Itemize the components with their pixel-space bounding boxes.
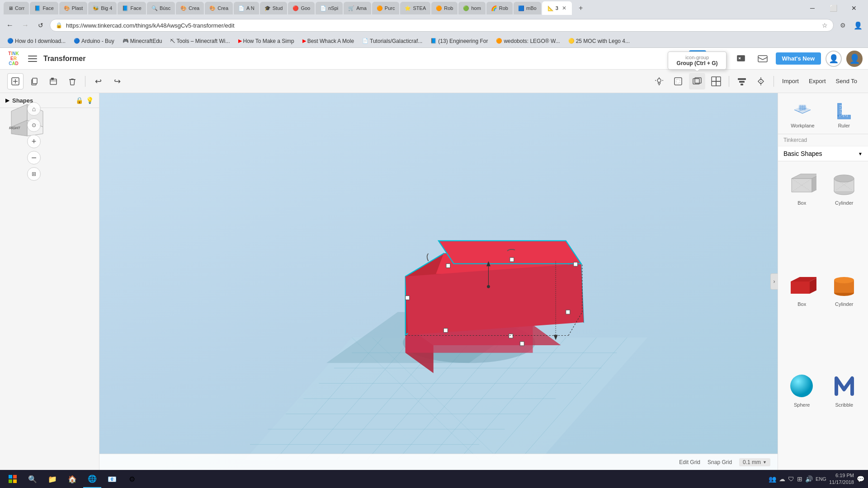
shape-cylinder-wire[interactable]: Cylinder (824, 165, 865, 264)
shape-sphere[interactable]: Sphere (782, 367, 822, 466)
shapes-lock-icon[interactable]: 🔒 (75, 97, 83, 104)
window-minimize-btn[interactable]: ─ (802, 0, 823, 16)
taskbar-notification[interactable]: 💬 (857, 475, 864, 483)
tab-rob2[interactable]: 🌈 Rob (486, 2, 513, 14)
copy-button[interactable] (26, 73, 42, 89)
tab-plast[interactable]: 🎨 Plast (59, 2, 87, 14)
window-close-btn[interactable]: ✕ (844, 0, 864, 16)
bookmark-25moc[interactable]: 🟡 25 MOC with Lego 4... (565, 37, 633, 45)
group-button[interactable]: icon-group Group (Ctrl + G) (689, 73, 705, 89)
tab-nspi[interactable]: 📄 nSpi (316, 2, 343, 14)
fit-view-btn[interactable]: ⊙ (27, 118, 41, 132)
bookmark-wedobots[interactable]: 🟠 wedobots: LEGO® W... (492, 37, 563, 45)
url-input[interactable]: 🔒 https://www.tinkercad.com/things/kA48A… (50, 19, 834, 32)
tab-corr[interactable]: 🖥 Corr (4, 2, 29, 14)
taskbar-edge[interactable]: 🌐 (83, 470, 101, 488)
home-view-btn[interactable]: ⌂ (27, 102, 41, 116)
window-maximize-btn[interactable]: ⬜ (823, 0, 844, 16)
taskbar-home[interactable]: 🏠 (63, 470, 81, 488)
taskbar-language[interactable]: ENG (816, 476, 826, 482)
taskbar-datetime[interactable]: 6:19 PM 11/17/2018 (829, 472, 854, 486)
taskbar-file-explorer[interactable]: 📁 (43, 470, 61, 488)
profile-btn[interactable]: 👤 (852, 19, 864, 32)
tab-facebook[interactable]: 📘 Face (30, 2, 58, 14)
tab-crea[interactable]: 🎨 Crea (176, 2, 204, 14)
tab-ama[interactable]: 🛒 Ama (344, 2, 371, 14)
taskbar-spotify[interactable]: ⚙ (123, 470, 141, 488)
hole-button[interactable] (670, 73, 686, 89)
share-button[interactable] (754, 50, 771, 67)
extensions-btn[interactable]: ⚙ (836, 19, 849, 32)
start-button[interactable] (4, 470, 22, 488)
code-button[interactable] (732, 50, 750, 67)
tab-stea[interactable]: ⭐ STEA (400, 2, 430, 14)
taskbar-apps-icon[interactable]: ⊞ (797, 475, 802, 483)
taskbar-volume-icon[interactable]: 🔊 (805, 475, 813, 483)
shape-scribble[interactable]: Scribble (824, 367, 865, 466)
taskbar-search-btn[interactable]: 🔍 (24, 470, 42, 488)
header-menu-icon[interactable] (26, 52, 39, 65)
tab-active-tinkercad[interactable]: 📐 3 ✕ (542, 1, 572, 15)
snap-grid-value[interactable]: 0.1 mm ▼ (739, 458, 770, 466)
bookmark-engineering[interactable]: 📘 (13) Engineering For (427, 37, 491, 45)
tab-goo[interactable]: 🔴 Goo (288, 2, 315, 14)
align-button[interactable] (734, 73, 750, 89)
user-avatar[interactable]: 👤 (846, 51, 863, 67)
light-button[interactable] (651, 73, 667, 89)
tab-favicon: 📘 (122, 5, 128, 11)
workplane-button[interactable]: Workplane (791, 99, 814, 128)
taskbar-security-icon[interactable]: 🛡 (788, 475, 794, 483)
redo-button[interactable]: ↪ (109, 73, 125, 89)
edit-grid-button[interactable]: Edit Grid (679, 459, 700, 465)
bookmark-arduino[interactable]: 🔵 Arduino - Buy (70, 37, 118, 45)
shape-cylinder-orange[interactable]: Cylinder (824, 266, 865, 366)
3d-viewport[interactable]: Edit Grid Snap Grid 0.1 mm ▼ (99, 93, 778, 470)
bookmark-best-whack[interactable]: ▶ Best Whack A Mole (299, 37, 358, 45)
bookmark-how-make-simp[interactable]: ▶ How To Make a Simp (235, 37, 298, 45)
bookmark-minecraftedu[interactable]: 🎮 MinecraftEdu (119, 37, 166, 45)
forward-button[interactable]: → (19, 19, 32, 32)
tab-stud[interactable]: 🎓 Stud (260, 2, 288, 14)
bookmark-tutorials[interactable]: 📄 Tutorials/Galacticraf... (359, 37, 426, 45)
view-mode-btn[interactable]: ⊞ (27, 167, 41, 181)
zoom-in-btn[interactable]: + (27, 135, 41, 148)
new-tab-button[interactable]: + (575, 2, 587, 14)
shapes-bulb-icon[interactable]: 💡 (86, 97, 94, 104)
shape-box-wire[interactable]: Box (782, 165, 822, 264)
shape-box-red[interactable]: Box (782, 266, 822, 366)
tab-face2[interactable]: 📘 Face (118, 2, 146, 14)
tab-busc[interactable]: 🔍 Búsc (147, 2, 175, 14)
back-button[interactable]: ← (4, 19, 16, 32)
tab-rob[interactable]: 🟠 Rob (431, 2, 458, 14)
tab-crea2[interactable]: 🎨 Crea (205, 2, 233, 14)
tab-purc[interactable]: 🟠 Purc (372, 2, 400, 14)
undo-button[interactable]: ↩ (90, 73, 106, 89)
export-button[interactable]: Export (805, 76, 830, 86)
taskbar-people-icon[interactable]: 👥 (769, 475, 776, 483)
import-button[interactable]: Import (778, 76, 802, 86)
tab-an[interactable]: 📄 A N (234, 2, 259, 14)
user-add-icon[interactable]: 👤 (826, 51, 842, 67)
refresh-button[interactable]: ↺ (34, 19, 47, 32)
snap-grid-label: Snap Grid (708, 459, 732, 465)
taskbar-mail[interactable]: 📧 (103, 470, 121, 488)
svg-point-111 (834, 175, 854, 182)
shapes-category-dropdown[interactable]: Basic Shapes ▼ (778, 146, 868, 161)
taskbar-onedrive-icon[interactable]: ☁ (779, 475, 785, 483)
ruler-button[interactable]: Ruler (833, 99, 855, 128)
tab-big[interactable]: 🐝 Big 4 (88, 2, 117, 14)
paste-button[interactable] (45, 73, 61, 89)
tab-hom[interactable]: 🟢 hom (458, 2, 485, 14)
send-to-button[interactable]: Send To (832, 76, 861, 86)
tab-close-btn[interactable]: ✕ (562, 5, 566, 11)
whats-new-button[interactable]: What's New (776, 52, 821, 65)
mirror-button[interactable] (753, 73, 769, 89)
bookmark-how-download[interactable]: 🔵 How do I download... (4, 37, 69, 45)
tinkercad-logo[interactable]: TINK ER CAD (5, 51, 22, 66)
new-shape-button[interactable] (7, 73, 24, 89)
zoom-out-btn[interactable]: − (27, 151, 41, 164)
tab-mbo[interactable]: 🟦 mBo (514, 2, 541, 14)
bookmark-tools-mc[interactable]: ⛏ Tools – Minecraft Wi... (166, 37, 233, 45)
delete-button[interactable] (64, 73, 80, 89)
ungroup-button[interactable] (708, 73, 724, 89)
